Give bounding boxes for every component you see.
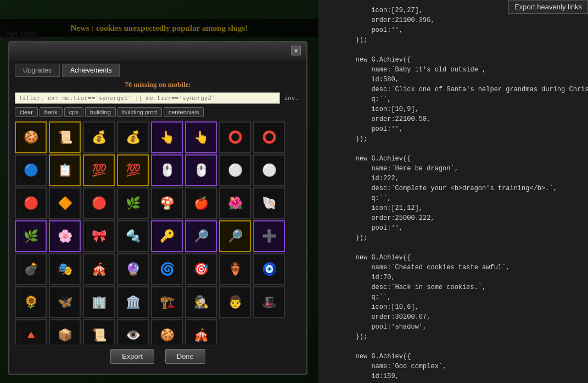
- achievement-item[interactable]: 🍄: [151, 187, 183, 219]
- achievement-item[interactable]: 🔶: [49, 187, 81, 219]
- achievement-item[interactable]: 📦: [49, 319, 81, 345]
- achievement-item[interactable]: 🎪: [83, 253, 115, 285]
- achievement-item[interactable]: 🌿: [117, 187, 149, 219]
- achievement-item[interactable]: ➕: [253, 220, 285, 252]
- missing-count: 70 missing on mobile:: [9, 77, 306, 92]
- achievement-item[interactable]: 🌀: [151, 253, 183, 285]
- achievement-item[interactable]: 👆: [151, 121, 183, 153]
- modal-title-bar: ✕: [9, 42, 306, 59]
- achievement-item[interactable]: 💰: [117, 121, 149, 153]
- modal-close-button[interactable]: ✕: [291, 46, 301, 55]
- achievement-item[interactable]: 🌺: [219, 187, 251, 219]
- achievement-item[interactable]: 🔎: [185, 220, 217, 252]
- achievement-item[interactable]: 💰: [83, 121, 115, 153]
- achievement-grid: 🍪📜💰💰👆👆⭕⭕🔵📋💯💯🖱️🖱️⚪⚪🔴🔶🔴🌿🍄🍎🌺🐚🌿🌸🎀🔩🔑🔎🔎➕💣🎭🎪🔮🌀🎯…: [9, 119, 306, 345]
- achievement-item[interactable]: 🧿: [253, 253, 285, 285]
- achievement-item[interactable]: ⭕: [219, 121, 251, 153]
- achievement-item[interactable]: 🦋: [49, 286, 81, 318]
- filter-building-prod[interactable]: building prod: [117, 107, 162, 117]
- achievements-modal: ✕ Upgrades Achievements 70 missing on mo…: [8, 41, 307, 375]
- achievement-item[interactable]: 🍪: [15, 121, 47, 153]
- done-button[interactable]: Done: [165, 349, 205, 364]
- achievement-item[interactable]: 🐚: [253, 187, 285, 219]
- export-heavenly-button[interactable]: Export heavenly links: [508, 0, 588, 14]
- achievement-item[interactable]: 🕵️: [185, 286, 217, 318]
- achievement-item[interactable]: 🔺: [15, 319, 47, 345]
- code-panel[interactable]: icon:[29,27], order:21100.396, pool:'', …: [318, 0, 588, 383]
- achievement-item[interactable]: 🖱️: [151, 154, 183, 186]
- achievement-item[interactable]: 🎩: [253, 286, 285, 318]
- achievement-item[interactable]: 💯: [83, 154, 115, 186]
- achievement-item[interactable]: 🌻: [15, 286, 47, 318]
- achievement-item[interactable]: 📋: [49, 154, 81, 186]
- achievement-item[interactable]: 🎪: [185, 319, 217, 345]
- achievement-item[interactable]: 📜: [83, 319, 115, 345]
- modal-tabs: Upgrades Achievements: [9, 59, 306, 77]
- achievement-item[interactable]: 💯: [117, 154, 149, 186]
- achievement-item[interactable]: 🖱️: [185, 154, 217, 186]
- tab-achievements[interactable]: Achievements: [62, 64, 120, 77]
- filter-cps[interactable]: cps: [64, 107, 83, 117]
- filter-input[interactable]: [15, 92, 280, 104]
- achievement-item[interactable]: 🔑: [151, 220, 183, 252]
- tab-upgrades[interactable]: Upgrades: [15, 64, 60, 77]
- achievement-item[interactable]: 🍎: [185, 187, 217, 219]
- achievement-item[interactable]: 🎯: [185, 253, 217, 285]
- achievement-item[interactable]: 🔵: [15, 154, 47, 186]
- achievement-item[interactable]: 👆: [185, 121, 217, 153]
- achievement-item[interactable]: 🔮: [117, 253, 149, 285]
- achievement-item[interactable]: 📜: [49, 121, 81, 153]
- achievement-item[interactable]: 🔩: [117, 220, 149, 252]
- filter-clear[interactable]: clear: [15, 107, 38, 117]
- achievement-item[interactable]: ⭕: [253, 121, 285, 153]
- achievement-item[interactable]: 👁️: [117, 319, 149, 345]
- achievement-item[interactable]: 🏺: [219, 253, 251, 285]
- achievement-item[interactable]: 🎭: [49, 253, 81, 285]
- achievement-item[interactable]: 🔎: [219, 220, 251, 252]
- filter-building[interactable]: building: [85, 107, 116, 117]
- achievement-item[interactable]: 🌿: [15, 220, 47, 252]
- achievement-item[interactable]: 🎀: [83, 220, 115, 252]
- achievement-item[interactable]: 💣: [15, 253, 47, 285]
- achievement-item[interactable]: 🏛️: [117, 286, 149, 318]
- export-button[interactable]: Export: [110, 349, 154, 364]
- achievement-item[interactable]: 🌸: [49, 220, 81, 252]
- achievement-item[interactable]: 👨: [219, 286, 251, 318]
- achievement-item[interactable]: 🔴: [83, 187, 115, 219]
- filter-bank[interactable]: bank: [40, 107, 63, 117]
- achievement-item[interactable]: 🍪: [151, 319, 183, 345]
- achievement-item[interactable]: 🏗️: [151, 286, 183, 318]
- filter-buttons: clear bank cps building building prod ce…: [9, 106, 306, 119]
- filter-row: inv.: [9, 92, 306, 106]
- achievement-item[interactable]: ⚪: [219, 154, 251, 186]
- inv-badge: inv.: [282, 94, 301, 103]
- filter-centennials[interactable]: centennials: [164, 107, 204, 117]
- achievement-item[interactable]: 🏢: [83, 286, 115, 318]
- modal-bottom-buttons: Export Done: [9, 345, 306, 368]
- achievement-item[interactable]: ⚪: [253, 154, 285, 186]
- achievement-item[interactable]: 🔴: [15, 187, 47, 219]
